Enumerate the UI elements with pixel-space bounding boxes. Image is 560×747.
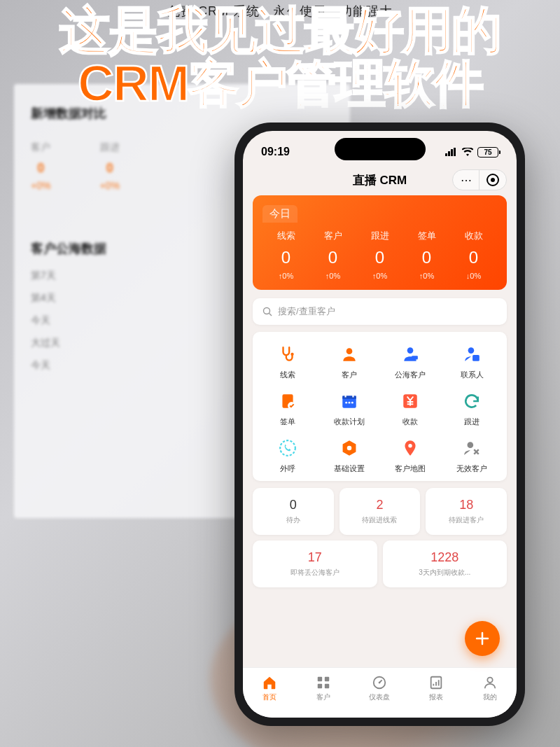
headline: 这是我见过最好用的 CRM客户管理软件 bbox=[0, 0, 560, 110]
metric-change: ↑0% bbox=[262, 272, 309, 280]
stat-value: 2 bbox=[345, 498, 415, 512]
dashboard-metric[interactable]: 收款 0 ↓0% bbox=[450, 230, 497, 280]
svg-point-27 bbox=[487, 678, 492, 683]
stat-label: 待跟进客户 bbox=[431, 515, 501, 525]
nav-label: 仪表盘 bbox=[369, 692, 390, 702]
phone-device: 09:19 75 直播 CRM ⋯ 今日 线索 0 ↑0% 客户 0 ↑0% bbox=[234, 123, 525, 726]
svg-point-13 bbox=[348, 402, 350, 404]
svg-point-3 bbox=[346, 348, 352, 354]
grid-item-person-blue[interactable]: 公海客户 bbox=[380, 344, 442, 380]
grid-label: 客户 bbox=[342, 370, 357, 380]
grid-label: 收款 bbox=[402, 417, 418, 427]
stat-card[interactable]: 1228 3天内到期收款... bbox=[383, 540, 507, 587]
stat-row-1: 0 待办 2 待跟进线索 18 待跟进客户 bbox=[253, 488, 507, 535]
search-input[interactable]: 搜索/查重客户 bbox=[253, 298, 507, 325]
laptop-item-value: 0 bbox=[106, 161, 113, 176]
svg-line-1 bbox=[270, 314, 272, 316]
calendar-icon bbox=[340, 391, 359, 411]
svg-rect-21 bbox=[325, 677, 329, 681]
metric-label: 跟进 bbox=[356, 230, 403, 242]
metric-label: 客户 bbox=[309, 230, 356, 242]
report-icon bbox=[428, 675, 444, 690]
person-card-icon bbox=[462, 344, 482, 364]
grid-label: 客户地图 bbox=[395, 463, 426, 474]
phone-notch bbox=[335, 138, 426, 160]
svg-rect-22 bbox=[318, 684, 322, 688]
grid-item-hexagon[interactable]: 基础设置 bbox=[318, 438, 380, 474]
metric-change: ↓0% bbox=[450, 272, 497, 280]
svg-point-25 bbox=[379, 682, 381, 684]
metric-label: 线索 bbox=[262, 230, 309, 242]
dashboard-icon bbox=[372, 675, 387, 690]
nav-report[interactable]: 报表 bbox=[428, 675, 444, 702]
nav-apps[interactable]: 客户 bbox=[316, 675, 331, 702]
location-icon bbox=[400, 438, 420, 458]
laptop-item-pct: +0% bbox=[99, 180, 119, 191]
nav-home[interactable]: 首页 bbox=[262, 675, 277, 702]
menu-button[interactable]: ⋯ bbox=[453, 170, 479, 190]
grid-label: 公海客户 bbox=[395, 370, 426, 380]
grid-item-refresh[interactable]: 跟进 bbox=[441, 391, 503, 427]
add-button[interactable] bbox=[465, 621, 500, 656]
nav-user[interactable]: 我的 bbox=[482, 675, 498, 702]
grid-item-person[interactable]: 客户 bbox=[318, 344, 380, 380]
grid-item-clipboard[interactable]: 签单 bbox=[257, 391, 318, 427]
content-area: 今日 线索 0 ↑0% 客户 0 ↑0% 跟进 0 ↑0% 签单 0 ↑0% 收… bbox=[243, 195, 517, 667]
nav-dashboard[interactable]: 仪表盘 bbox=[369, 675, 390, 702]
dashboard-metric[interactable]: 线索 0 ↑0% bbox=[262, 230, 309, 280]
today-dashboard[interactable]: 今日 线索 0 ↑0% 客户 0 ↑0% 跟进 0 ↑0% 签单 0 ↑0% 收… bbox=[253, 195, 507, 290]
stethoscope-icon bbox=[278, 344, 298, 364]
metric-value: 0 bbox=[403, 248, 450, 267]
person-x-icon bbox=[462, 438, 482, 458]
stat-card[interactable]: 2 待跟进线索 bbox=[340, 488, 421, 535]
feature-grid: 线索 客户 公海客户 联系人 签单 收款计划 收款 跟进 外呼 基础设置 bbox=[253, 332, 507, 481]
stat-value: 1228 bbox=[388, 550, 502, 565]
person-icon bbox=[340, 344, 359, 364]
stat-label: 待办 bbox=[258, 515, 328, 525]
laptop-item-label: 客户 bbox=[31, 141, 50, 154]
svg-point-2 bbox=[290, 353, 293, 356]
svg-rect-11 bbox=[342, 396, 356, 398]
person-blue-icon bbox=[400, 344, 420, 364]
search-placeholder: 搜索/查重客户 bbox=[278, 305, 335, 318]
grid-label: 无效客户 bbox=[456, 463, 487, 474]
grid-item-person-card[interactable]: 联系人 bbox=[441, 344, 503, 380]
stat-card[interactable]: 17 即将丢公海客户 bbox=[253, 540, 377, 587]
stat-card[interactable]: 0 待办 bbox=[253, 488, 334, 535]
close-button[interactable] bbox=[479, 170, 506, 190]
metric-value: 0 bbox=[450, 248, 497, 267]
grid-label: 联系人 bbox=[461, 370, 484, 380]
grid-label: 基础设置 bbox=[334, 463, 365, 474]
grid-item-phone-out[interactable]: 外呼 bbox=[257, 438, 318, 474]
metric-change: ↑0% bbox=[356, 272, 403, 280]
stat-label: 待跟进线索 bbox=[345, 515, 415, 525]
target-icon bbox=[486, 174, 499, 186]
grid-label: 收款计划 bbox=[334, 417, 365, 427]
grid-item-stethoscope[interactable]: 线索 bbox=[257, 344, 318, 380]
bottom-nav: 首页 客户 仪表盘 报表 我的 bbox=[243, 667, 517, 718]
dashboard-metric[interactable]: 跟进 0 ↑0% bbox=[356, 230, 403, 280]
svg-point-0 bbox=[264, 308, 270, 314]
stat-card[interactable]: 18 待跟进客户 bbox=[426, 488, 507, 535]
stat-value: 18 bbox=[431, 498, 501, 512]
grid-item-yen[interactable]: 收款 bbox=[380, 391, 442, 427]
user-icon bbox=[482, 675, 498, 690]
dashboard-metric[interactable]: 签单 0 ↑0% bbox=[403, 230, 450, 280]
grid-label: 签单 bbox=[280, 417, 295, 427]
headline-line1: 这是我见过最好用的 bbox=[59, 2, 500, 58]
phone-screen: 09:19 75 直播 CRM ⋯ 今日 线索 0 ↑0% 客户 0 ↑0% bbox=[243, 131, 517, 718]
search-icon bbox=[262, 307, 272, 316]
grid-label: 跟进 bbox=[464, 417, 479, 427]
metric-change: ↑0% bbox=[309, 272, 356, 280]
dashboard-metric[interactable]: 客户 0 ↑0% bbox=[309, 230, 356, 280]
stat-label: 3天内到期收款... bbox=[388, 568, 502, 578]
plus-icon bbox=[475, 631, 490, 646]
stat-label: 即将丢公海客户 bbox=[258, 568, 372, 578]
battery-icon: 75 bbox=[477, 147, 498, 158]
clipboard-icon bbox=[278, 391, 298, 411]
svg-point-16 bbox=[280, 440, 295, 456]
phone-out-icon bbox=[278, 438, 298, 458]
grid-item-person-x[interactable]: 无效客户 bbox=[441, 438, 503, 474]
grid-item-location[interactable]: 客户地图 bbox=[380, 438, 442, 474]
grid-item-calendar[interactable]: 收款计划 bbox=[318, 391, 380, 427]
